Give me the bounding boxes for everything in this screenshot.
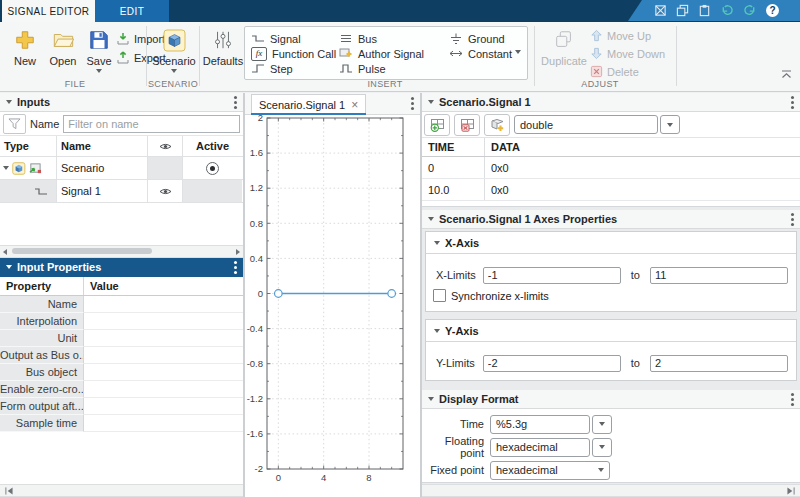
floating-point-dropdown-button[interactable] — [592, 438, 612, 457]
property-value-cell[interactable] — [84, 381, 243, 398]
input-properties-menu-icon[interactable] — [234, 266, 237, 269]
inputs-panel-header[interactable]: Inputs — [0, 93, 243, 112]
axes-properties-header[interactable]: Scenario.Signal 1 Axes Properties — [422, 210, 800, 229]
chart-panel-menu-icon[interactable] — [411, 102, 414, 105]
insert-signal-button[interactable]: Signal — [251, 31, 301, 46]
filter-funnel-button[interactable] — [3, 114, 26, 134]
new-button[interactable]: New — [6, 27, 44, 67]
signal-plot[interactable]: -2-1.6-1.2-0.8-0.400.40.81.21.62048 — [245, 114, 420, 497]
properties-table-header: Property Value — [0, 277, 243, 296]
row-signal1-active-cell[interactable] — [183, 180, 242, 202]
insert-row-button[interactable] — [424, 114, 450, 136]
insert-gallery-caret[interactable] — [515, 50, 521, 54]
help-icon[interactable]: ? — [766, 4, 779, 17]
signal-editor-window: SIGNAL EDITOR EDIT ? New Open Save — [0, 0, 800, 497]
property-value-cell[interactable] — [84, 296, 243, 313]
defaults-button[interactable]: Defaults — [202, 27, 244, 67]
scroll-left-icon[interactable] — [3, 249, 7, 255]
property-value-cell[interactable] — [84, 330, 243, 347]
delete-row-button[interactable] — [454, 114, 480, 136]
column-data[interactable]: DATA — [485, 141, 800, 153]
insert-step-button[interactable]: Step — [251, 61, 293, 76]
datatype-dropdown-button[interactable] — [660, 115, 680, 134]
tab-scenario-signal1[interactable]: Scenario.Signal 1 × — [251, 94, 366, 115]
undo-icon[interactable] — [720, 4, 734, 17]
paste-icon[interactable] — [698, 4, 711, 17]
left-panel-bottom-scrollbar[interactable] — [0, 484, 243, 497]
insert-author-signal-button[interactable]: Author Signal — [339, 46, 424, 61]
fixed-point-combobox[interactable]: hexadecimal — [490, 461, 610, 480]
inputs-horizontal-scrollbar[interactable] — [0, 245, 243, 258]
filter-input[interactable] — [63, 115, 240, 133]
scroll-to-start-icon[interactable] — [4, 487, 14, 495]
ribbon: New Open Save Import Export FILE Scenari… — [0, 22, 800, 92]
duplicate-button[interactable]: Duplicate — [542, 27, 586, 67]
y-limit-max-input[interactable] — [650, 355, 788, 372]
insert-pulse-button[interactable]: Pulse — [339, 61, 386, 76]
synchronize-x-limits-checkbox[interactable] — [433, 289, 446, 302]
column-name[interactable]: Name — [57, 136, 148, 156]
time-format-dropdown-button[interactable] — [592, 415, 612, 434]
signal-data-header[interactable]: Scenario.Signal 1 — [422, 93, 800, 112]
tab-edit[interactable]: EDIT — [95, 0, 169, 22]
open-button[interactable]: Open — [44, 27, 82, 67]
row-scenario-active-radio[interactable] — [183, 157, 242, 179]
tab-signal-editor[interactable]: SIGNAL EDITOR — [2, 0, 95, 22]
svg-text:-0.8: -0.8 — [247, 358, 263, 369]
right-panel-bottom-scrollbar[interactable] — [422, 484, 800, 497]
display-format-menu-icon[interactable] — [791, 398, 794, 401]
datatype-combobox[interactable]: double — [514, 115, 658, 134]
x-limit-min-input[interactable] — [483, 267, 621, 284]
axes-properties-menu-icon[interactable] — [791, 218, 794, 221]
chevron-down-icon — [667, 123, 673, 127]
author-signal-button[interactable] — [484, 114, 510, 136]
inputs-panel-menu-icon[interactable] — [234, 101, 237, 104]
collapse-triangle-icon — [428, 100, 434, 104]
floating-point-combobox[interactable]: hexadecimal — [490, 438, 590, 457]
x-axis-group-header[interactable]: X-Axis — [426, 232, 796, 254]
insert-function-call-button[interactable]: fx Function Call — [251, 46, 336, 61]
column-type[interactable]: Type — [0, 136, 57, 156]
insert-bus-button[interactable]: Bus — [339, 31, 377, 46]
scroll-right-icon[interactable] — [236, 249, 240, 255]
signal-data-menu-icon[interactable] — [791, 101, 794, 104]
table-row-signal1[interactable]: Signal 1 — [0, 180, 243, 203]
move-down-button[interactable]: Move Down — [590, 47, 665, 60]
table-row-scenario[interactable]: Scenario — [0, 157, 243, 180]
row-signal1-name[interactable]: Signal 1 — [57, 180, 148, 202]
cut-icon[interactable] — [654, 4, 667, 17]
property-value-cell[interactable] — [84, 415, 243, 432]
row-scenario-name[interactable]: Scenario — [57, 157, 148, 179]
scroll-to-end-icon[interactable] — [786, 487, 796, 495]
time-data-row[interactable]: 10.0 0x0 — [422, 179, 800, 201]
row-scenario-visibility-cell[interactable] — [148, 157, 183, 179]
y-limit-min-input[interactable] — [483, 355, 621, 372]
column-time[interactable]: TIME — [422, 138, 485, 156]
close-tab-icon[interactable]: × — [351, 99, 358, 111]
delete-button[interactable]: Delete — [590, 65, 639, 78]
x-limit-max-input[interactable] — [650, 267, 788, 284]
save-button[interactable]: Save — [80, 27, 118, 73]
property-value-cell[interactable] — [84, 364, 243, 381]
display-format-header[interactable]: Display Format — [422, 390, 800, 409]
time-data-row[interactable]: 0 0x0 — [422, 157, 800, 179]
redo-icon[interactable] — [743, 4, 757, 17]
expander-triangle-icon[interactable] — [3, 166, 9, 170]
row-signal1-visibility-toggle[interactable] — [148, 180, 183, 202]
column-visibility[interactable] — [148, 136, 183, 156]
property-value-cell[interactable] — [84, 347, 243, 364]
collapse-triangle-icon — [434, 329, 440, 333]
property-value-cell[interactable] — [84, 398, 243, 415]
collapse-ribbon-icon[interactable] — [781, 70, 792, 79]
time-format-combobox[interactable]: %5.3g — [490, 415, 590, 434]
move-up-button[interactable]: Move Up — [590, 29, 651, 42]
column-active[interactable]: Active — [183, 136, 242, 156]
scenario-button[interactable]: Scenario — [152, 27, 196, 73]
y-axis-group-header[interactable]: Y-Axis — [426, 320, 796, 342]
scrollbar-thumb[interactable] — [12, 248, 152, 254]
input-properties-header[interactable]: Input Properties — [0, 258, 243, 277]
property-value-cell[interactable] — [84, 313, 243, 330]
insert-constant-button[interactable]: Constant — [449, 46, 512, 61]
insert-ground-button[interactable]: Ground — [449, 31, 505, 46]
copy-icon[interactable] — [676, 4, 689, 17]
